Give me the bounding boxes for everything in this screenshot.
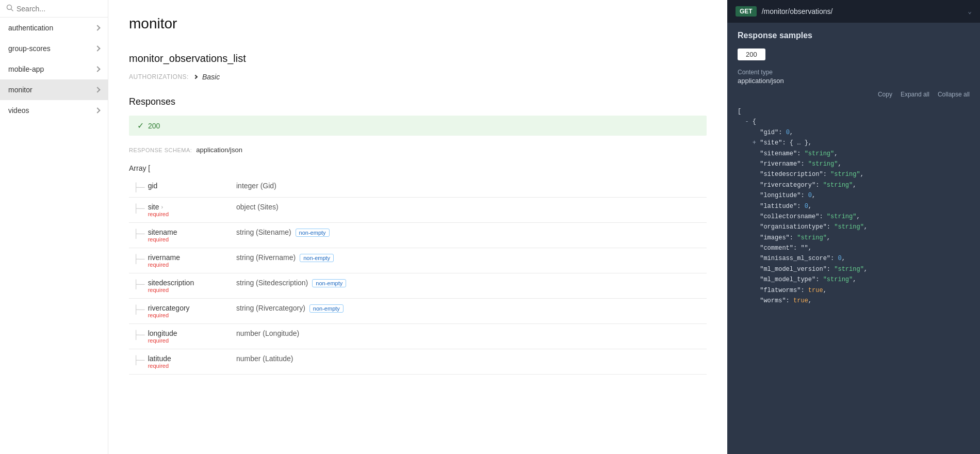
svg-line-1	[11, 9, 13, 11]
copy-button[interactable]: Copy	[878, 91, 892, 98]
field-type: number (Latitude)	[232, 349, 707, 375]
code-block: [ - { "gid": 0, + "site": { … }, "sitena…	[727, 102, 980, 316]
response-schema-type: application/json	[196, 146, 242, 154]
sidebar-item-label: monitor	[8, 86, 32, 94]
code-line: "ml_model_type": "string",	[738, 274, 970, 285]
code-line: "minisass_ml_score": 0,	[738, 253, 970, 264]
required-badge: required	[148, 262, 180, 268]
field-name: longitude	[148, 329, 177, 337]
sidebar-item-group-scores[interactable]: group-scores	[0, 38, 108, 59]
sidebar-item-label: videos	[8, 106, 29, 115]
schema-header-row: RESPONSE SCHEMA: application/json	[129, 144, 707, 154]
non-empty-tag: non-empty	[309, 304, 344, 313]
field-type: object (Sites)	[232, 198, 707, 223]
field-name: latitude	[148, 354, 171, 363]
search-input[interactable]	[17, 5, 102, 13]
field-name: sitedescription	[148, 279, 194, 287]
sidebar-item-label: mobile-app	[8, 65, 44, 73]
endpoint-title: monitor_observations_list	[129, 53, 707, 64]
field-type: integer (Gid)	[232, 176, 707, 198]
required-badge: required	[148, 211, 169, 217]
field-name[interactable]: site ›	[148, 203, 169, 211]
field-connector-icon: ├─	[133, 229, 145, 238]
table-row: ├─ longitude required number (Longitude)	[129, 324, 707, 349]
code-line: "sitename": "string",	[738, 149, 970, 159]
sidebar-item-authentication[interactable]: authentication	[0, 18, 108, 38]
chevron-right-icon	[94, 107, 100, 113]
response-200-label: 200	[148, 122, 160, 130]
response-tab-200[interactable]: 200	[738, 48, 765, 60]
field-connector-icon: ├─	[133, 355, 145, 365]
table-row: ├─ site › required object (Sites)	[129, 198, 707, 223]
field-name: rivercategory	[148, 304, 190, 312]
table-row: ├─ latitude required number (Latitude)	[129, 349, 707, 375]
required-badge: required	[148, 236, 177, 242]
table-row: ├─ sitename required string (Sitename)no…	[129, 223, 707, 248]
main-content: monitor monitor_observations_list AUTHOR…	[108, 0, 727, 454]
code-line: "collectorsname": "string",	[738, 212, 970, 222]
non-empty-tag: non-empty	[296, 229, 330, 237]
responses-section: Responses ✓ 200 RESPONSE SCHEMA: applica…	[129, 96, 707, 375]
chevron-right-icon	[94, 66, 100, 72]
code-line: "rivername": "string",	[738, 159, 970, 169]
field-type: string (Rivername)non-empty	[232, 248, 707, 273]
response-tab-bar: 200	[727, 44, 980, 64]
required-badge: required	[148, 312, 190, 318]
field-connector-icon: ├─	[133, 330, 145, 339]
code-line: - {	[738, 117, 970, 127]
code-line: + "site": { … },	[738, 138, 970, 148]
endpoint-bar: GET /monitor/observations/ ⌄	[727, 0, 980, 23]
content-type-value: application/json	[738, 77, 970, 85]
chevron-right-icon	[94, 87, 100, 92]
field-name: sitename	[148, 228, 177, 236]
get-badge: GET	[736, 6, 757, 17]
code-line: "gid": 0,	[738, 127, 970, 138]
collapse-all-button[interactable]: Collapse all	[938, 91, 970, 98]
auth-value: Basic	[202, 73, 220, 81]
sidebar-item-mobile-app[interactable]: mobile-app	[0, 59, 108, 79]
auth-expand-icon[interactable]	[193, 75, 198, 79]
table-row: ├─ rivercategory required string (Riverc…	[129, 299, 707, 324]
response-samples-header: Response samples	[727, 23, 980, 44]
page-title: monitor	[129, 15, 707, 32]
chevron-right-icon	[94, 45, 100, 51]
required-badge: required	[148, 337, 177, 344]
code-line: "sitedescription": "string",	[738, 169, 970, 180]
authorizations-row: AUTHORIZATIONS: Basic	[129, 73, 707, 81]
expand-all-button[interactable]: Expand all	[901, 91, 929, 98]
field-connector-icon: ├─	[133, 182, 145, 192]
sidebar-item-monitor[interactable]: monitor	[0, 79, 108, 100]
code-line: "images": "string",	[738, 233, 970, 243]
field-connector-icon: ├─	[133, 254, 145, 264]
code-line: "flatworms": true,	[738, 285, 970, 296]
authorizations-label: AUTHORIZATIONS:	[129, 73, 189, 80]
code-line: "organisationtype": "string",	[738, 222, 970, 232]
code-line: "longitude": 0,	[738, 190, 970, 201]
field-name: rivername	[148, 253, 180, 262]
sidebar-item-label: authentication	[8, 24, 53, 32]
response-200-header[interactable]: ✓ 200	[129, 116, 707, 136]
field-connector-icon: ├─	[133, 203, 145, 213]
code-line: "ml_model_version": "string",	[738, 264, 970, 274]
search-icon	[6, 4, 13, 13]
array-label: Array [	[129, 160, 707, 176]
field-type: number (Longitude)	[232, 324, 707, 349]
code-line: "rivercategory": "string",	[738, 180, 970, 190]
search-bar[interactable]	[0, 0, 108, 18]
sidebar-item-videos[interactable]: videos	[0, 100, 108, 121]
endpoint-chevron-icon[interactable]: ⌄	[968, 7, 972, 15]
checkmark-icon: ✓	[137, 121, 144, 131]
code-line: "comment": "",	[738, 243, 970, 253]
content-type-label: Content type	[738, 69, 970, 76]
field-connector-icon: ├─	[133, 304, 145, 314]
right-panel: GET /monitor/observations/ ⌄ Response sa…	[727, 0, 980, 454]
field-connector-icon: ├─	[133, 279, 145, 289]
code-line: [	[738, 106, 970, 117]
schema-table: ├─ gid integer (Gid) ├─ site › required …	[129, 176, 707, 375]
required-badge: required	[148, 363, 171, 369]
endpoint-path: /monitor/observations/	[762, 7, 963, 15]
required-badge: required	[148, 287, 194, 293]
table-row: ├─ gid integer (Gid)	[129, 176, 707, 198]
code-line: "worms": true,	[738, 296, 970, 306]
sidebar-item-label: group-scores	[8, 44, 51, 53]
